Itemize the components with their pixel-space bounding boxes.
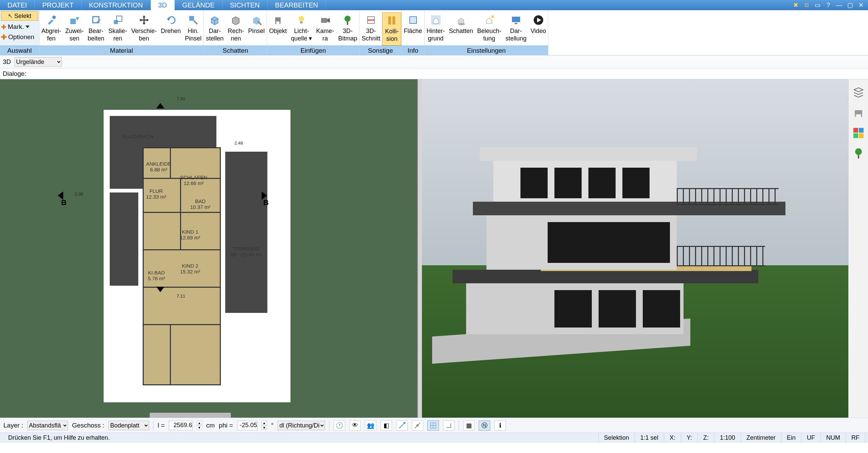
menu-datei[interactable]: DATEI (0, 0, 35, 10)
window-icon[interactable]: ▭ (813, 1, 822, 9)
beleuchtung-button[interactable]: Beleuch-tung (475, 12, 503, 46)
skalieren-button[interactable]: Skalie-ren (106, 12, 129, 46)
selekt-button[interactable]: Selekt (1, 11, 38, 21)
optionen-button[interactable]: ✚Optionen (1, 33, 38, 41)
menu-3d[interactable]: 3D (151, 0, 175, 10)
svg-rect-24 (859, 128, 864, 133)
snap-grid-icon[interactable] (427, 420, 439, 431)
svg-rect-13 (388, 16, 391, 24)
room-terrasse: TERRASSEBF ≈25.49 m² (231, 246, 262, 257)
svg-rect-6 (275, 17, 281, 21)
svg-rect-25 (853, 133, 858, 138)
pinsel-button[interactable]: Pinsel (246, 12, 267, 46)
svg-point-18 (491, 15, 494, 18)
chair-icon (271, 13, 285, 27)
svg-rect-20 (515, 23, 517, 24)
dialoge-bar: Dialoge: (0, 68, 868, 79)
objekt-button[interactable]: Objekt (267, 12, 289, 46)
snap-perp-icon[interactable] (443, 420, 455, 431)
furniture-palette-icon[interactable] (852, 106, 865, 119)
restore-icon[interactable]: ▢ (846, 1, 854, 9)
horiz-scrollbar-thumb[interactable] (149, 413, 231, 418)
shadow-brush-icon (249, 13, 264, 27)
north-icon[interactable]: Ⓝ (479, 420, 490, 431)
svg-rect-8 (300, 21, 303, 23)
mark-button[interactable]: ✚Mark. (1, 22, 38, 31)
3d-view[interactable] (422, 79, 868, 418)
tree-palette-icon[interactable] (852, 147, 865, 160)
cube-icon (208, 13, 222, 27)
room-schlafen: SCHLAFEN12.66 m² (180, 174, 207, 186)
menu-bearbeiten[interactable]: BEARBEITEN (268, 0, 326, 10)
layer-dropdown[interactable]: Urgelände (14, 57, 62, 67)
room-kibad: KI.BAD5.78 m² (148, 270, 165, 281)
svg-rect-28 (858, 155, 859, 158)
snap-mid-icon[interactable] (412, 420, 423, 431)
zuweisen-button[interactable]: Zuwei-sen (63, 12, 86, 46)
abgreifen-button[interactable]: Abgrei-fen (39, 12, 63, 46)
clock-tool-icon[interactable]: 🕐 (334, 420, 345, 431)
group-label-auswahl: Auswahl (0, 46, 39, 55)
3d-schnitt-button[interactable]: 3D-Schnitt (359, 12, 382, 46)
brush-icon (186, 13, 200, 27)
verschieben-button[interactable]: Verschie-ben (129, 12, 159, 46)
hintergrund-button[interactable]: Hinter-grund (425, 12, 447, 46)
layer-select[interactable]: Abstandsflä (27, 421, 68, 430)
edit-icon (89, 13, 103, 27)
bearbeiten-button[interactable]: Bear-beiten (86, 12, 106, 46)
status-unit: Zentimeter (741, 433, 781, 443)
l-spin-down[interactable]: ▼ (197, 425, 202, 430)
bottom-toolbar: Layer : Abstandsflä Geschoss : Bodenplat… (0, 418, 868, 433)
dialoge-label: Dialoge: (3, 70, 26, 78)
move-icon (137, 13, 151, 27)
menu-gelaende[interactable]: GELÄNDE (175, 0, 223, 10)
help-icon[interactable]: ? (824, 1, 833, 9)
drehen-button[interactable]: Drehen (159, 12, 183, 46)
people-tool-icon[interactable]: 👥 (365, 420, 376, 431)
ribbon-group-schatten: Dar-stellen Rech-nen Pinsel Schatten (204, 10, 267, 55)
snap-endpoint-icon[interactable] (396, 420, 408, 431)
darstellen-button[interactable]: Dar-stellen (204, 12, 226, 46)
grid-toggle-icon[interactable]: ▦ (463, 420, 475, 431)
layers-tool-icon[interactable]: ◧ (380, 420, 392, 431)
3d-bitmap-button[interactable]: 3D-Bitmap (336, 12, 359, 46)
schatten-settings-button[interactable]: Schatten (447, 12, 475, 46)
svg-rect-15 (410, 17, 417, 23)
minimize-icon[interactable]: — (835, 1, 844, 9)
darstellung-button[interactable]: Dar-stellung (503, 12, 529, 46)
floorplan-view[interactable]: FLACHDACH ANKLEIDE6.88 m² SCHLAFEN12.66 … (0, 79, 418, 418)
svg-point-27 (855, 148, 862, 155)
group-label-info: Info (402, 46, 424, 55)
l-input[interactable] (169, 421, 193, 430)
copy-icon[interactable]: ⧉ (802, 1, 811, 9)
menu-konstruktion[interactable]: KONSTRUKTION (82, 0, 151, 10)
layers-palette-icon[interactable] (852, 85, 865, 99)
svg-rect-3 (114, 20, 118, 24)
phi-spin-up[interactable]: ▲ (262, 421, 267, 425)
menu-sichten[interactable]: SICHTEN (223, 0, 268, 10)
geschoss-select[interactable]: Bodenplatt (108, 421, 149, 430)
rechnen-button[interactable]: Rech-nen (226, 12, 246, 46)
kollision-button[interactable]: Kolli-sion (382, 12, 401, 46)
eye-tool-icon[interactable]: 👁 (349, 420, 361, 431)
svg-rect-14 (392, 16, 395, 24)
phi-input[interactable] (237, 421, 258, 430)
ribbon-group-material: Abgrei-fen Zuwei-sen Bear-beiten Skalie-… (39, 10, 204, 55)
flaeche-button[interactable]: Fläche (402, 12, 424, 46)
video-button[interactable]: Video (529, 12, 548, 46)
menu-projekt[interactable]: PROJEKT (35, 0, 81, 10)
room-ankleide: ANKLEIDE6.88 m² (146, 161, 171, 172)
kamera-button[interactable]: Kame-ra (314, 12, 336, 46)
l-spin-up[interactable]: ▲ (197, 421, 202, 425)
tools-icon[interactable]: ✖ (791, 1, 800, 9)
dim-200: 2.00 (75, 191, 83, 197)
hin-pinsel-button[interactable]: Hin.Pinsel (183, 12, 203, 46)
info-tool-icon[interactable]: ℹ (494, 420, 506, 431)
materials-palette-icon[interactable] (852, 126, 865, 140)
close-icon[interactable]: ✕ (856, 1, 865, 9)
mode-select[interactable]: dl (Richtung/Di (278, 421, 325, 430)
view-splitter[interactable] (418, 79, 422, 418)
phi-spin-down[interactable]: ▼ (262, 425, 267, 430)
lichtquelle-button[interactable]: Licht-quelle ▾ (289, 12, 314, 46)
svg-rect-1 (70, 19, 76, 24)
